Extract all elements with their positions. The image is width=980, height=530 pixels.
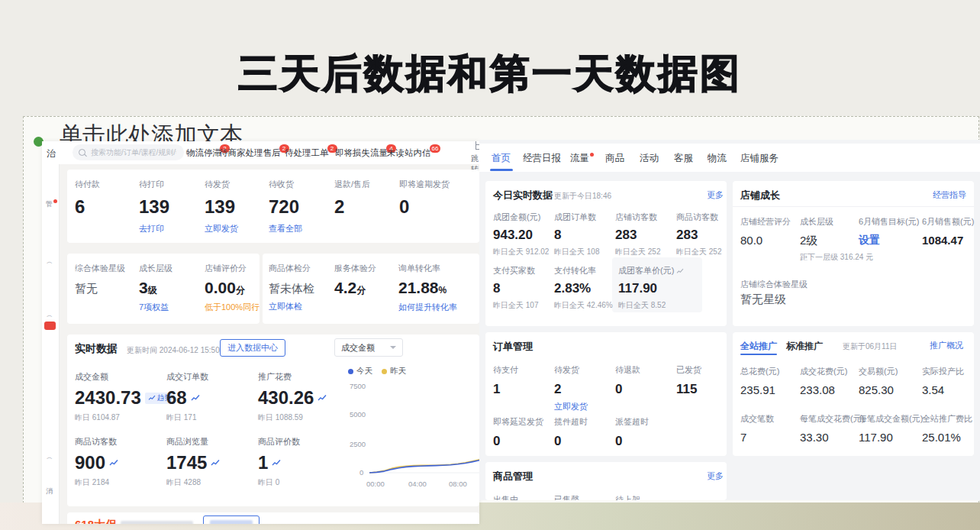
- tab-standard-promo[interactable]: 标准推广: [786, 340, 823, 353]
- stat-total-cost: 总花费(元)235.91: [740, 366, 779, 396]
- tab-sitewide-promo[interactable]: 全站推广: [740, 340, 777, 353]
- ytick: 0: [359, 468, 363, 477]
- guide-link[interactable]: 经营指导: [933, 189, 966, 201]
- divider: [733, 206, 974, 207]
- legend-today[interactable]: 今天: [348, 366, 372, 376]
- stat-trade-amount: 交易额(元)825.30: [859, 366, 898, 396]
- stat-pickup-timeout: 揽件超时0: [554, 416, 588, 449]
- trend-icon[interactable]: [191, 394, 200, 402]
- ship-now-link[interactable]: 立即发货: [205, 223, 238, 234]
- orders-title: 订单管理: [493, 340, 533, 354]
- view-all-link[interactable]: 查看全部: [269, 223, 302, 234]
- nav-tickets-pending[interactable]: 待处理工单2: [285, 147, 339, 159]
- today-card: 今日实时数据 更新于今日18:46 更多 成团金额(元)943.20昨日全天 9…: [485, 181, 727, 326]
- data-center-button[interactable]: 进入数据中心: [220, 339, 285, 357]
- message-icon[interactable]: 消: [46, 486, 53, 496]
- promo-618-icon[interactable]: [44, 322, 56, 330]
- goods-col: 待上架: [615, 494, 640, 500]
- tab-home[interactable]: 首页: [492, 152, 511, 165]
- trend-icon[interactable]: [272, 459, 281, 467]
- stat-ad-spend: 推广花费430.26昨日 1088.59: [258, 371, 327, 423]
- manage-icon[interactable]: 管: [46, 199, 56, 209]
- metric-select[interactable]: 成交金额: [334, 338, 403, 357]
- stat-late-ship: 即将延迟发货0: [493, 416, 543, 449]
- stat-delivery-timeout: 派签超时0: [615, 416, 649, 449]
- trend-icon[interactable]: [318, 394, 327, 402]
- stat-pending-refund: 待退款0: [615, 364, 640, 397]
- tab-logistics[interactable]: 物流: [708, 152, 727, 165]
- nav-unread-messages[interactable]: 未读站内信66: [387, 147, 442, 159]
- today-updated: 更新于今日18:46: [554, 191, 611, 202]
- stat-pageviews: 商品浏览量1745昨日 4288: [166, 436, 220, 488]
- stat-deal-cost: 成交花费(元)233.08: [800, 366, 847, 396]
- yesterday-dot: [382, 369, 387, 374]
- chevron-up-icon[interactable]: ︿: [47, 311, 53, 319]
- health-card-b: 商品体检分暂未体检立即体检 服务体验分4.2分 询单转化率21.88%如何提升转…: [263, 254, 479, 324]
- tab-daily-report[interactable]: 经营日报: [523, 152, 561, 165]
- chevron-up-icon[interactable]: ︿: [47, 257, 53, 266]
- tab-shop-service[interactable]: 店铺服务: [740, 152, 779, 165]
- more-link[interactable]: 更多: [707, 470, 724, 482]
- tab-reddot: [590, 153, 594, 157]
- improve-cvr-link[interactable]: 如何提升转化率: [398, 302, 457, 313]
- realtime-updated: 更新时间 2024-06-12 15:50:40: [127, 345, 230, 356]
- promo-overview-link[interactable]: 推广概况: [930, 340, 963, 351]
- stat-growth-level: 成长层级3级7项权益: [139, 263, 172, 313]
- goods-title: 商品管理: [493, 470, 533, 483]
- ads-card: 全站推广 标准推广 更新于06月11日 推广概况 总花费(元)235.91 成交…: [733, 332, 974, 456]
- stat-orders: 成交订单数68昨日 171: [166, 371, 208, 423]
- stat-shop-score: 店铺评价分0.00分低于100%同行: [205, 263, 260, 313]
- xtick: 08:00: [449, 480, 467, 488]
- stat-pay-buyers: 支付买家数8昨日全天 107: [493, 265, 538, 311]
- tab-activity[interactable]: 活动: [640, 152, 659, 165]
- set-target-link[interactable]: 设置: [859, 234, 919, 247]
- left-dashboard: 治 管 ︿ ︿ ︿ 消 物流停滞2 待商家处理售后2 待处理工单2 即将损失流量…: [42, 141, 479, 524]
- promo-text-blur: [121, 521, 193, 524]
- promo-button[interactable]: [203, 515, 260, 524]
- chevron-up-icon[interactable]: ︿: [47, 453, 53, 461]
- stat-avg-order-value: 成团客单价(元)117.90昨日全天 8.52: [618, 265, 684, 311]
- today-dot: [348, 369, 353, 374]
- legend-yesterday[interactable]: 昨天: [382, 366, 406, 376]
- xtick: 00:00: [366, 480, 385, 488]
- tab-service[interactable]: 客服: [674, 152, 693, 165]
- today-title: 今日实时数据: [493, 189, 553, 202]
- stat-deal-count: 成交笔数7: [740, 413, 774, 444]
- orders-card: 订单管理 待支付1 待发货2立即发货 待退款0 已发货115 即将延迟发货0 揽…: [485, 332, 727, 456]
- growth-card: 店铺成长 经营指导 店铺经营评分80.0 成长层级2级距下一层级 316.24 …: [733, 181, 974, 326]
- stat-overdue-ship: 即将逾期发货0: [399, 179, 450, 218]
- left-header: 物流停滞2 待商家处理售后2 待处理工单2 即将损失流量4 未读站内信66 跳转: [59, 141, 479, 164]
- trend-icon[interactable]: [109, 459, 118, 467]
- stat-unpaid: 待支付1: [493, 364, 518, 397]
- more-link[interactable]: 更多: [707, 189, 724, 201]
- stat-amount-per-deal: 每笔成交金额(元)117.90: [859, 413, 923, 444]
- stat-refund: 退款/售后2: [334, 179, 370, 218]
- stat-shop-rating: 店铺经营评分80.0: [740, 216, 791, 247]
- below-peers-link[interactable]: 低于100%同行: [205, 302, 260, 313]
- chevron-down-icon: [390, 346, 396, 349]
- stat-to-ship: 待发货139立即发货: [205, 179, 238, 234]
- trend-icon: [676, 268, 684, 274]
- ship-now-link[interactable]: 立即发货: [554, 401, 588, 412]
- health-card-a: 综合体验星级暂无 成长层级3级7项权益 店铺评价分0.00分低于100%同行: [67, 254, 260, 324]
- right-dashboard: 首页 经营日报 流量 商品 活动 客服 物流 店铺服务 今日实时数据 更新于今日…: [479, 140, 980, 500]
- trend-icon[interactable]: [211, 459, 220, 467]
- goods-col: 出售中: [493, 494, 518, 500]
- rights-link[interactable]: 7项权益: [139, 302, 172, 313]
- go-print-link[interactable]: 去打印: [139, 223, 169, 234]
- realtime-chart: [369, 380, 479, 473]
- tab-goods[interactable]: 商品: [605, 152, 624, 165]
- left-sidebar[interactable]: 治 管 ︿ ︿ ︿ 消: [42, 141, 60, 524]
- page-title: 三天后数据和第一天数据图: [0, 47, 980, 101]
- nav-aftersale-pending[interactable]: 待商家处理售后2: [219, 147, 291, 159]
- stat-group-orders: 成团订单数8昨日全天 108: [554, 212, 599, 257]
- stat-gmv: 成交金额2430.73趋势昨日 6104.87: [75, 371, 175, 423]
- promo-card: 618大促: [67, 512, 479, 524]
- sidebar-top-char: 治: [47, 147, 56, 160]
- check-now-link[interactable]: 立即体检: [269, 301, 314, 312]
- stat-pay-cvr: 支付转化率2.83%昨日全天 42.46%: [554, 265, 613, 311]
- search-box[interactable]: [73, 144, 184, 160]
- search-input[interactable]: [89, 147, 178, 157]
- stat-unshipped: 待发货2立即发货: [554, 364, 588, 412]
- tab-traffic[interactable]: 流量: [570, 152, 593, 165]
